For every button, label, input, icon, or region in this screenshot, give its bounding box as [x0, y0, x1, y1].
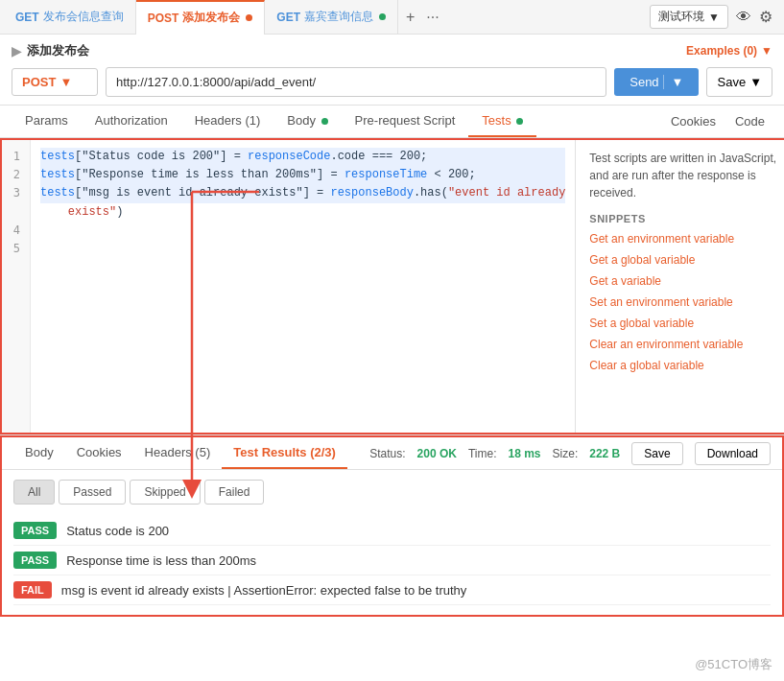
url-input[interactable] [106, 67, 606, 97]
time-value: 18 ms [509, 447, 541, 460]
test-result-3: FAIL msg is event id already exists | As… [13, 575, 771, 605]
filter-all[interactable]: All [13, 480, 55, 505]
tab-post-event[interactable]: POST 添加发布会 [136, 0, 266, 35]
test-result-1: PASS Status code is 200 [13, 516, 771, 546]
filter-skipped[interactable]: Skipped [130, 480, 200, 505]
snippet-link-4[interactable]: Set an environment variable [589, 295, 783, 309]
breadcrumb: ▶ 添加发布会 Examples (0) ▼ [12, 42, 772, 59]
save-dropdown-icon: ▼ [749, 75, 762, 89]
snippets-description: Test scripts are written in JavaScript, … [589, 150, 783, 201]
code-line-1: tests["Status code is 200"] = responseCo… [40, 148, 565, 166]
size-label: Size: [553, 447, 579, 460]
snippet-link-1[interactable]: Get an environment variable [589, 232, 783, 246]
response-section: Body Cookies Headers (5) Test Results (2… [0, 435, 784, 617]
line-numbers: 1 2 3 4 5 [2, 140, 31, 433]
tab-code[interactable]: Code [731, 106, 769, 136]
status-label: Status: [369, 447, 405, 460]
time-label: Time: [468, 447, 497, 460]
request-section: ▶ 添加发布会 Examples (0) ▼ POST ▼ Send ▼ Sav… [0, 35, 784, 106]
code-editor[interactable]: 1 2 3 4 5 tests["Status code is 200"] = … [2, 140, 576, 433]
tab-label: 嘉宾查询信息 [304, 9, 373, 25]
examples-link[interactable]: Examples (0) ▼ [686, 44, 772, 58]
main-content: 1 2 3 4 5 tests["Status code is 200"] = … [0, 138, 784, 435]
tab-get-events[interactable]: GET 发布会信息查询 [4, 0, 136, 35]
filter-tabs: All Passed Skipped Failed [13, 480, 771, 505]
code-line-3: tests["msg is event id already exists"] … [40, 184, 565, 202]
method-dropdown-icon: ▼ [59, 75, 72, 89]
resp-tab-body[interactable]: Body [13, 437, 65, 469]
snippets-title: SNIPPETS [589, 213, 783, 224]
resp-tab-cookies[interactable]: Cookies [65, 437, 133, 469]
request-tabs: Params Authorization Headers (1) Body Pr… [0, 106, 784, 138]
tab-headers[interactable]: Headers (1) [181, 106, 274, 137]
test-results-panel: All Passed Skipped Failed PASS Status co… [2, 470, 782, 615]
tab-actions: + ··· [402, 9, 443, 26]
add-tab-button[interactable]: + [402, 9, 418, 26]
resp-tab-test-results[interactable]: Test Results (2/3) [222, 437, 347, 469]
tab-label: 发布会信息查询 [43, 9, 124, 25]
code-content[interactable]: tests["Status code is 200"] = responseCo… [31, 140, 575, 433]
eye-icon[interactable]: 👁 [736, 9, 751, 26]
code-line-3b: exists") [40, 203, 565, 222]
badge-pass-2: PASS [13, 552, 57, 569]
response-save-button[interactable]: Save [631, 442, 682, 465]
test-result-label-1: Status code is 200 [66, 524, 169, 538]
tests-editor-area: 1 2 3 4 5 tests["Status code is 200"] = … [0, 138, 784, 434]
tab-authorization[interactable]: Authorization [82, 106, 181, 137]
code-line-2: tests["Response time is less than 200ms"… [40, 166, 565, 184]
page-title: 添加发布会 [27, 42, 89, 59]
tab-tests[interactable]: Tests [468, 106, 536, 137]
badge-pass-1: PASS [13, 522, 57, 539]
size-value: 222 B [589, 447, 620, 460]
tab-method-label: GET [15, 11, 39, 24]
snippets-panel: ▶ Test scripts are written in JavaScript… [576, 140, 784, 433]
badge-fail-1: FAIL [13, 581, 52, 599]
method-label: POST [22, 75, 56, 89]
snippet-link-3[interactable]: Get a variable [589, 274, 783, 288]
tab-pre-request[interactable]: Pre-request Script [342, 106, 469, 137]
watermark: @51CTO博客 [695, 656, 772, 673]
response-download-button[interactable]: Download [695, 442, 771, 465]
filter-failed[interactable]: Failed [204, 480, 265, 505]
snippet-link-7[interactable]: Clear a global variable [589, 359, 783, 372]
tab-dot-green [379, 13, 386, 20]
more-tabs-button[interactable]: ··· [422, 9, 442, 26]
code-line-5 [40, 240, 565, 258]
code-line-4 [40, 222, 565, 240]
method-select[interactable]: POST ▼ [12, 68, 98, 96]
env-dropdown-icon: ▼ [708, 11, 720, 24]
test-result-label-3: msg is event id already exists | Asserti… [61, 583, 466, 598]
response-status-bar: Status: 200 OK Time: 18 ms Size: 222 B S… [369, 442, 771, 465]
url-bar: POST ▼ Send ▼ Save ▼ [12, 67, 772, 97]
send-dropdown-icon[interactable]: ▼ [663, 75, 684, 89]
snippet-link-2[interactable]: Get a global variable [589, 253, 783, 267]
tab-method-label: GET [276, 11, 300, 24]
test-result-label-2: Response time is less than 200ms [66, 553, 256, 568]
save-button[interactable]: Save ▼ [706, 67, 772, 97]
status-value: 200 OK [417, 447, 457, 460]
env-select[interactable]: 测试环境 ▼ [650, 5, 728, 29]
settings-icon[interactable]: ⚙ [759, 8, 772, 26]
send-button[interactable]: Send ▼ [614, 68, 699, 96]
tab-params[interactable]: Params [12, 106, 82, 137]
env-label: 测试环境 [658, 9, 704, 25]
tab-dot-orange [246, 14, 252, 21]
resp-tab-headers[interactable]: Headers (5) [133, 437, 223, 469]
tab-method-label: POST [148, 12, 179, 25]
breadcrumb-arrow: ▶ [12, 44, 21, 59]
tab-get-guests[interactable]: GET 嘉宾查询信息 [265, 0, 398, 35]
filter-passed[interactable]: Passed [59, 480, 126, 505]
test-result-2: PASS Response time is less than 200ms [13, 546, 771, 575]
env-bar: 测试环境 ▼ 👁 ⚙ [650, 5, 780, 29]
tab-cookies[interactable]: Cookies [667, 106, 720, 136]
tab-body[interactable]: Body [273, 106, 341, 137]
snippet-link-5[interactable]: Set a global variable [589, 317, 783, 330]
tab-bar: GET 发布会信息查询 POST 添加发布会 GET 嘉宾查询信息 + ··· … [0, 0, 784, 35]
response-tabs: Body Cookies Headers (5) Test Results (2… [2, 437, 782, 470]
snippet-link-6[interactable]: Clear an environment variable [589, 338, 783, 351]
tab-label: 添加发布会 [182, 10, 240, 26]
